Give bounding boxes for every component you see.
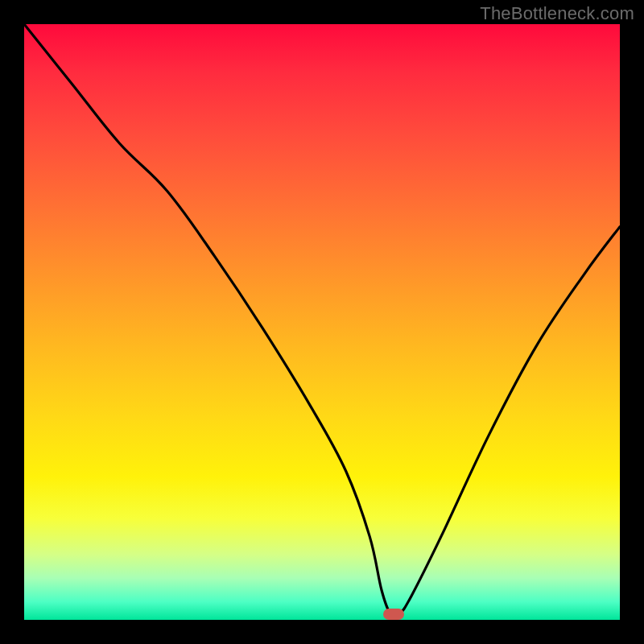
- watermark-text: TheBottleneck.com: [480, 3, 634, 24]
- chart-frame: TheBottleneck.com: [0, 0, 644, 644]
- bottleneck-curve: [24, 24, 620, 620]
- plot-area: [24, 24, 620, 620]
- curve-path: [24, 24, 620, 617]
- optimal-marker: [383, 609, 404, 620]
